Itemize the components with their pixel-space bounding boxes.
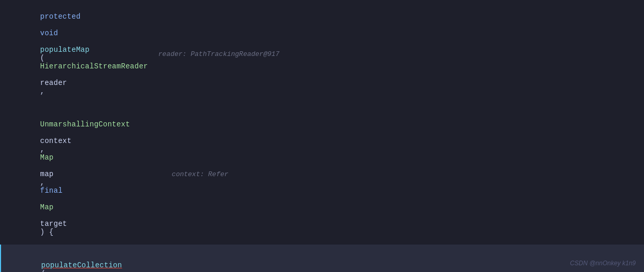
method-name: populateMap xyxy=(40,46,90,54)
param-target: target xyxy=(40,220,67,228)
code-line-2: UnmarshallingContext context , Map map ,… xyxy=(0,104,644,245)
param-context: context xyxy=(40,137,71,145)
code-editor: protected void populateMap ( Hierarchica… xyxy=(0,0,644,272)
type-hierarchicalstreamreader: HierarchicalStreamReader xyxy=(40,62,148,70)
type-map: Map xyxy=(40,153,53,162)
hint-reader: reader: PathTrackingReader@917 xyxy=(158,50,280,58)
param-reader: reader xyxy=(40,79,67,87)
hint-context: context: Refer xyxy=(172,170,228,178)
type-map2: Map xyxy=(40,203,53,211)
keyword-void: void xyxy=(40,29,58,37)
param-map: map xyxy=(40,170,53,178)
code-area: protected void populateMap ( Hierarchica… xyxy=(0,0,644,272)
code-line-1: protected void populateMap ( Hierarchica… xyxy=(0,4,644,104)
code-line-3: populateCollection ( reader , context , … xyxy=(0,245,644,272)
keyword-protected: protected xyxy=(40,12,80,21)
keyword-final: final xyxy=(40,187,62,195)
type-unmarshallingcontext: UnmarshallingContext xyxy=(40,120,130,128)
method-populatecollection: populateCollection xyxy=(41,261,122,269)
watermark: CSDN @nnOnkey k1n9 xyxy=(570,260,636,267)
